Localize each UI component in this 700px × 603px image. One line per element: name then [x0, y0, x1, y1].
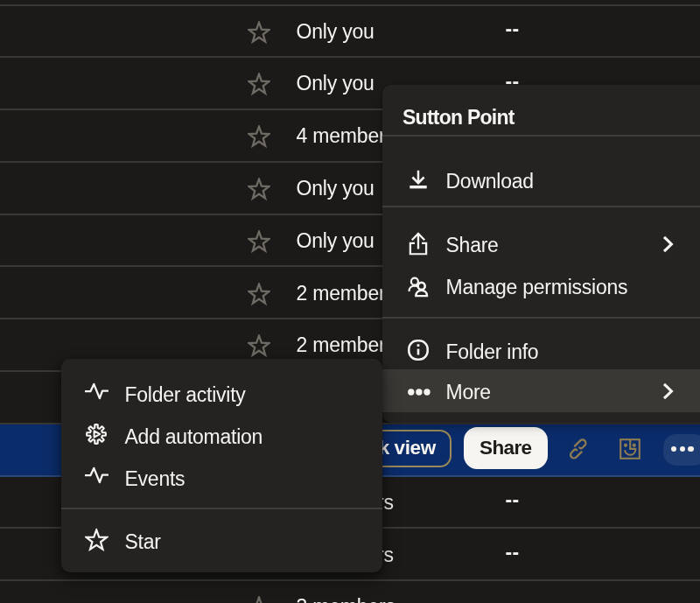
- row-size-label: --: [506, 488, 520, 512]
- row-sharing-label: Only you: [297, 19, 374, 43]
- menu-item-label: Share: [446, 234, 499, 257]
- menu-item-label: Events: [125, 466, 186, 490]
- star-icon[interactable]: [248, 283, 270, 305]
- menu-divider: [382, 135, 700, 137]
- menu-item-label: Add automation: [125, 424, 263, 448]
- download-icon: [408, 169, 429, 190]
- activity-icon: [85, 465, 108, 486]
- share-icon: [408, 232, 429, 256]
- menu-divider: [61, 508, 382, 509]
- star-icon[interactable]: [248, 334, 270, 357]
- star-icon[interactable]: [248, 178, 270, 200]
- file-row[interactable]: Only you--: [0, 6, 700, 59]
- menu-item-more[interactable]: More: [382, 369, 700, 412]
- row-sharing-label: 4 members: [297, 124, 396, 148]
- row-sharing-label: 2 members: [297, 333, 396, 357]
- gear-play-icon: [86, 424, 107, 445]
- star-icon[interactable]: [248, 596, 270, 603]
- row-size-label: --: [506, 18, 520, 41]
- menu-item-label: Manage permissions: [446, 276, 628, 299]
- menu-item-label: Folder activity: [125, 382, 246, 406]
- row-sharing-label: Only you: [297, 176, 374, 200]
- menu-divider: [382, 317, 700, 319]
- context-menu-title: Sutton Point: [402, 106, 514, 130]
- row-sharing-label: Only you: [297, 72, 374, 95]
- submenu-item-add-automation[interactable]: Add automation: [61, 414, 382, 456]
- row-sharing-label: 2 members: [297, 281, 396, 305]
- row-sharing-label: 3 members: [297, 595, 396, 603]
- info-icon: [408, 340, 429, 361]
- menu-item-share[interactable]: Share: [382, 223, 700, 265]
- star-icon[interactable]: [248, 125, 270, 148]
- capture-icon[interactable]: [620, 438, 640, 459]
- menu-item-label: Folder info: [446, 340, 539, 363]
- context-menu: Sutton Point Download Share Manage permi…: [382, 85, 700, 423]
- more-submenu: Folder activity Add automation Events St…: [61, 359, 382, 572]
- share-button[interactable]: Share: [464, 427, 548, 469]
- menu-item-label: Download: [446, 169, 534, 193]
- menu-item-download[interactable]: Download: [382, 158, 700, 200]
- chevron-right-icon: [662, 235, 674, 253]
- submenu-item-events[interactable]: Events: [61, 456, 382, 498]
- star-icon[interactable]: [248, 21, 270, 44]
- star-icon[interactable]: [248, 230, 270, 253]
- dot: [688, 446, 693, 452]
- file-row[interactable]: 3 members--: [0, 581, 700, 603]
- menu-item-label: Star: [125, 529, 161, 553]
- ellipsis-icon: [408, 382, 430, 403]
- submenu-item-folder-activity[interactable]: Folder activity: [61, 372, 382, 414]
- star-icon[interactable]: [248, 73, 270, 95]
- chevron-right-icon: [662, 382, 674, 400]
- menu-item-folder-info[interactable]: Folder info: [382, 329, 700, 371]
- file-browser: Only you--Only you--4 members--Only you-…: [0, 0, 700, 603]
- people-icon: [408, 277, 429, 298]
- copy-link-icon[interactable]: [569, 436, 590, 460]
- row-size-label: --: [506, 541, 520, 564]
- share-label: Share: [480, 437, 532, 459]
- ellipsis-icon: [671, 446, 694, 452]
- dot: [680, 446, 685, 452]
- menu-item-manage-permissions[interactable]: Manage permissions: [382, 265, 700, 307]
- dot: [671, 446, 676, 452]
- star-icon: [85, 528, 108, 551]
- submenu-item-star[interactable]: Star: [61, 519, 382, 561]
- row-size-label: --: [506, 593, 520, 603]
- menu-divider: [382, 206, 700, 207]
- row-sharing-label: Only you: [297, 228, 374, 252]
- menu-item-label: More: [446, 380, 491, 403]
- activity-icon: [85, 381, 108, 402]
